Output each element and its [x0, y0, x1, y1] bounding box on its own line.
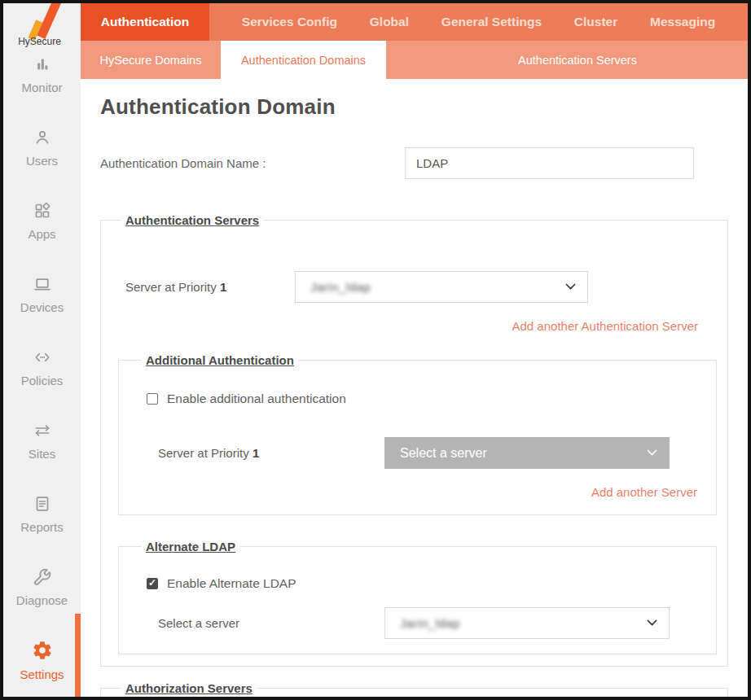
subtab-hysecure-domains[interactable]: HySecure Domains: [81, 41, 221, 79]
add-server-row: Add another Server: [138, 485, 716, 500]
sidebar-item-label: Settings: [20, 667, 64, 681]
enable-additional-auth-checkbox[interactable]: [147, 393, 158, 405]
user-icon: [33, 128, 52, 147]
add-auth-server-row: Add another Authentication Server: [118, 319, 717, 334]
enable-alternate-ldap-checkbox[interactable]: [147, 578, 158, 589]
additional-server-select[interactable]: Select a server: [384, 437, 670, 469]
chevron-down-icon: [647, 619, 657, 627]
select-a-server-value: Select a server: [400, 446, 647, 461]
swap-arrows-icon: [33, 421, 52, 440]
tab-authentication[interactable]: Authentication: [81, 3, 209, 41]
domain-name-row: Authentication Domain Name :: [100, 147, 728, 179]
server-priority-label: Server at Priority 1: [125, 280, 295, 294]
sidebar-item-label: Policies: [21, 374, 64, 387]
authorization-servers-section: Authorization Servers: [100, 681, 728, 697]
add-another-server-link[interactable]: Add another Server: [591, 485, 697, 499]
tab-general-settings[interactable]: General Settings: [441, 3, 542, 41]
tab-services-config[interactable]: Services Config: [242, 3, 337, 41]
alternate-ldap-section: Alternate LDAP Enable Alternate LDAP Sel…: [118, 540, 717, 654]
sidebar-item-devices[interactable]: Devices: [3, 257, 81, 330]
sidebar-item-label: Users: [26, 154, 58, 168]
chevron-down-icon: [565, 283, 576, 291]
apps-grid-icon: [33, 201, 52, 221]
sidebar-item-diagnose[interactable]: Diagnose: [3, 550, 81, 623]
sidebar-item-label: Apps: [28, 227, 55, 241]
top-nav: Authentication Services Config Global Ge…: [81, 3, 748, 41]
sidebar-item-label: Devices: [20, 300, 64, 314]
app-logo[interactable]: HySecure: [3, 3, 81, 31]
tab-cluster[interactable]: Cluster: [574, 3, 617, 41]
selected-server-value: Jarin_ldap: [400, 616, 647, 630]
domain-name-input[interactable]: [405, 147, 694, 179]
active-item-indicator: [75, 614, 81, 697]
sidebar-item-policies[interactable]: Policies: [3, 330, 81, 404]
alternate-ldap-server-select[interactable]: Jarin_ldap: [384, 607, 670, 639]
sidebar-item-monitor[interactable]: Monitor: [3, 37, 81, 111]
sidebar: HySecure Monitor Users Apps Devices: [3, 3, 81, 697]
sidebar-item-label: Monitor: [21, 81, 62, 94]
additional-server-priority-row: Server at Priority 1 Select a server: [158, 437, 716, 469]
logo-text: HySecure: [3, 36, 76, 47]
authorization-servers-legend: Authorization Servers: [121, 681, 257, 695]
subtab-authentication-domains[interactable]: Authentication Domains: [221, 41, 386, 79]
server-priority-1-select[interactable]: Jarin_ldap: [295, 271, 588, 303]
sidebar-item-apps[interactable]: Apps: [3, 184, 81, 257]
page-title: Authentication Domain: [100, 94, 728, 120]
alternate-ldap-legend: Alternate LDAP: [142, 540, 239, 553]
sidebar-item-sites[interactable]: Sites: [3, 404, 81, 477]
bar-chart-icon: [33, 55, 52, 74]
sidebar-item-users[interactable]: Users: [3, 111, 81, 184]
domain-name-label: Authentication Domain Name :: [100, 156, 405, 170]
gear-icon: [32, 640, 53, 661]
authentication-servers-legend: Authentication Servers: [121, 213, 263, 227]
enable-alternate-ldap-label: Enable Alternate LDAP: [167, 576, 296, 591]
content-area: Authentication Domain Authentication Dom…: [81, 79, 748, 697]
sidebar-item-label: Reports: [20, 520, 64, 534]
chevron-down-icon: [647, 449, 657, 457]
selected-server-value: Jarin_ldap: [310, 280, 565, 294]
sidebar-item-label: Diagnose: [16, 593, 68, 607]
laptop-icon: [33, 274, 52, 294]
server-priority-row: Server at Priority 1 Jarin_ldap: [125, 271, 717, 303]
add-authentication-server-link[interactable]: Add another Authentication Server: [512, 319, 699, 333]
code-dots-icon: [33, 348, 52, 367]
sidebar-item-settings[interactable]: Settings: [3, 623, 81, 697]
document-icon: [33, 494, 52, 514]
additional-server-priority-label: Server at Priority 1: [158, 446, 384, 460]
tab-messaging[interactable]: Messaging: [650, 3, 715, 41]
alternate-select-server-label: Select a server: [158, 616, 384, 630]
alternate-ldap-server-row: Select a server Jarin_ldap: [158, 607, 716, 639]
sub-nav: HySecure Domains Authentication Domains …: [81, 41, 748, 79]
subtab-authentication-servers[interactable]: Authentication Servers: [386, 41, 748, 79]
authentication-servers-section: Authentication Servers Server at Priorit…: [100, 213, 728, 667]
tab-global[interactable]: Global: [370, 3, 409, 41]
additional-authentication-legend: Additional Authentication: [142, 353, 298, 367]
enable-additional-auth-label: Enable additional authentication: [167, 392, 346, 406]
sidebar-item-label: Sites: [29, 447, 55, 461]
enable-additional-auth-row: Enable additional authentication: [147, 392, 716, 406]
sidebar-item-reports[interactable]: Reports: [3, 477, 81, 550]
additional-authentication-section: Additional Authentication Enable additio…: [118, 353, 717, 515]
wrench-icon: [33, 567, 52, 587]
enable-alternate-ldap-row: Enable Alternate LDAP: [147, 576, 716, 591]
